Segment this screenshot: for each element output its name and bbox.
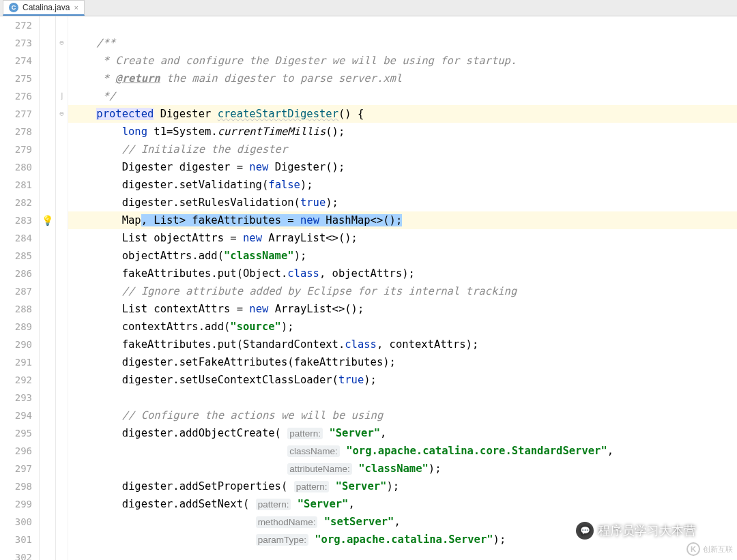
fold-gutter: ⊖ ⌋⊖	[56, 16, 68, 560]
code-line[interactable]: contextAttrs.add("source");	[68, 318, 737, 336]
tab-filename: Catalina.java	[23, 3, 70, 12]
code-line[interactable]	[68, 389, 737, 407]
code-line[interactable]: digester.setFakeAttributes(fakeAttribute…	[68, 353, 737, 371]
lightbulb-icon[interactable]: 💡	[42, 215, 53, 226]
code-line[interactable]: fakeAttributes.put(StandardContext.class…	[68, 336, 737, 353]
code-line[interactable]: digester.addSetProperties( pattern: "Ser…	[68, 477, 737, 495]
code-line[interactable]: List contextAttrs = new ArrayList<>();	[68, 300, 737, 318]
code-line[interactable]: * @return the main digester to parse ser…	[68, 70, 737, 87]
code-line[interactable]: attributeName: "className");	[68, 460, 737, 477]
code-line[interactable]: List objectAttrs = new ArrayList<>();	[68, 229, 737, 247]
code-line[interactable]: digester.setRulesValidation(true);	[68, 194, 737, 211]
code-line[interactable]: protected Digester createStartDigester()…	[68, 105, 737, 123]
code-line[interactable]: digester.addSetNext( pattern: "Server",	[68, 495, 737, 513]
fold-end-icon[interactable]: ⌋	[59, 91, 64, 100]
line-number-gutter: 2722732742752762772782792802812822832842…	[0, 16, 40, 560]
brand-icon: K	[687, 542, 700, 556]
code-line[interactable]: // Configure the actions we will be usin…	[68, 407, 737, 424]
code-line[interactable]: digester.addObjectCreate( pattern: "Serv…	[68, 424, 737, 442]
marker-gutter: 💡	[40, 16, 56, 560]
fold-toggle-icon[interactable]: ⊖	[59, 38, 64, 47]
code-line[interactable]	[68, 16, 737, 34]
watermark-text-1: 💬 程序员学习大本营	[576, 522, 696, 540]
chat-bubble-icon: 💬	[576, 522, 594, 540]
code-line[interactable]: */	[68, 87, 737, 105]
code-line[interactable]: Map, List> fakeAttributes = new HashMap<…	[68, 211, 737, 229]
code-line[interactable]: * Create and configure the Digester we w…	[68, 52, 737, 70]
code-line[interactable]: className: "org.apache.catalina.core.Sta…	[68, 442, 737, 460]
tab-bar: C Catalina.java ×	[0, 0, 737, 16]
watermark-text-2: K 创新互联	[687, 542, 733, 556]
code-line[interactable]: objectAttrs.add("className");	[68, 247, 737, 265]
code-line[interactable]: long t1=System.currentTimeMillis();	[68, 123, 737, 141]
file-tab[interactable]: C Catalina.java ×	[3, 0, 85, 16]
code-line[interactable]: // Initialize the digester	[68, 141, 737, 158]
code-line[interactable]: Digester digester = new Digester();	[68, 158, 737, 176]
code-editor[interactable]: 2722732742752762772782792802812822832842…	[0, 16, 737, 560]
code-line[interactable]: /**	[68, 34, 737, 52]
code-line[interactable]: digester.setValidating(false);	[68, 176, 737, 194]
code-line[interactable]: digester.setUseContextClassLoader(true);	[68, 371, 737, 389]
close-icon[interactable]: ×	[74, 3, 78, 12]
code-area[interactable]: /** * Create and configure the Digester …	[68, 16, 737, 560]
code-line[interactable]: fakeAttributes.put(Object.class, objectA…	[68, 265, 737, 282]
java-class-icon: C	[9, 3, 18, 12]
code-line[interactable]: // Ignore attribute added by Eclipse for…	[68, 282, 737, 300]
code-line[interactable]	[68, 548, 737, 560]
fold-toggle-icon[interactable]: ⊖	[59, 109, 64, 118]
